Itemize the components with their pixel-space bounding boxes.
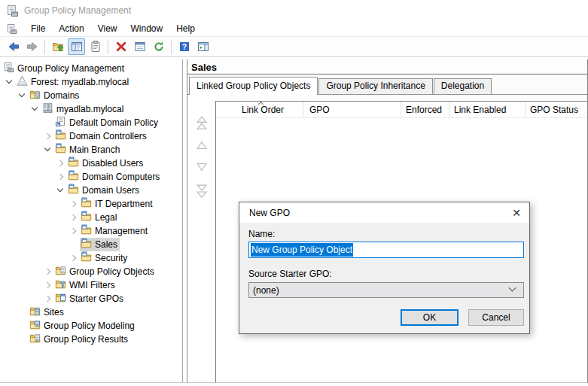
source-starter-gpo-select[interactable]: (none) [248,282,524,298]
chevron-collapsed-icon[interactable] [68,224,80,238]
tree-item-default-domain-policy[interactable]: Default Domain Policy [0,116,182,129]
tree-node: Starter GPOs [54,292,126,305]
tree-item-sites[interactable]: Sites [0,305,182,319]
new-gpo-dialog: New GPO ✕ Name: New Group Policy Object … [239,202,530,334]
tree-item-domain-users[interactable]: Domain Users [0,184,182,197]
tree-node: Domain Users [67,184,142,197]
menu-items: FileActionViewWindowHelp [24,21,202,37]
tree-item-myadlab-mylocal[interactable]: myadlab.mylocal [0,102,182,116]
menu-window[interactable]: Window [124,21,170,37]
tree-item-group-policy-management[interactable]: Group Policy Management [0,62,182,75]
link-order-buttons-column [187,95,215,382]
tree-item-label: Legal [95,211,117,224]
tree-item-group-policy-objects[interactable]: Group Policy Objects [0,265,182,278]
tree-item-domain-controllers[interactable]: Domain Controllers [0,129,182,143]
forward-button[interactable] [23,38,41,55]
chevron-placeholder [68,238,80,251]
tree-item-legal[interactable]: Legal [0,211,182,224]
chevron-collapsed-icon[interactable] [42,278,54,292]
column-header-label: GPO [309,105,330,115]
tab-group-policy-inheritance[interactable]: Group Policy Inheritance [318,78,432,94]
tree-node: Group Policy Modeling [29,319,137,333]
tree-item-starter-gpos[interactable]: Starter GPOs [0,292,182,305]
chevron-collapsed-icon[interactable] [68,211,80,224]
chevron-expanded-icon[interactable] [4,75,16,89]
tree-item-sales[interactable]: Sales [0,238,182,251]
tab-delegation[interactable]: Delegation [434,78,492,94]
cancel-button[interactable]: Cancel [468,309,524,326]
help-button[interactable] [175,38,193,55]
tree-item-group-policy-modeling[interactable]: Group Policy Modeling [0,319,182,333]
menu-action[interactable]: Action [52,21,90,37]
tree-item-group-policy-results[interactable]: Group Policy Results [0,333,182,346]
tree-item-it-department[interactable]: IT Department [0,197,182,211]
chevron-collapsed-icon[interactable] [68,197,80,211]
ou-icon [81,238,92,251]
column-header-label: Enforced [406,105,442,115]
tree-node: Sites [29,305,66,319]
gpo-name-input[interactable]: New Group Policy Object [248,242,524,258]
move-to-top-button[interactable] [195,116,209,130]
menu-file[interactable]: File [24,21,52,37]
column-header-enforced[interactable]: Enforced [401,102,449,117]
console-tree-pane: Group Policy ManagementForest: myadlab.m… [0,59,183,382]
ou-icon [55,129,66,143]
refresh-button[interactable] [150,38,167,55]
chevron-placeholder [42,116,54,129]
tree-node: Domain Computers [67,170,162,184]
show-console-tree-button[interactable] [68,38,85,55]
move-down-button[interactable] [195,163,209,172]
column-header-label: Link Enabled [454,105,506,115]
tree-item-domains[interactable]: Domains [0,89,182,102]
column-header-label: GPO Status [530,105,578,115]
app-icon-small [6,23,17,35]
chevron-collapsed-icon[interactable] [68,251,80,265]
column-header-link-enabled[interactable]: Link Enabled [449,102,526,117]
toolbar [0,37,588,57]
column-header-link-order[interactable]: Link Order [216,102,303,117]
tree-item-forest-myadlab-mylocal[interactable]: Forest: myadlab.mylocal [0,75,182,89]
up-one-level-button[interactable] [49,38,66,55]
column-header-gpo[interactable]: GPO [303,102,401,117]
close-icon[interactable]: ✕ [504,207,529,219]
chevron-collapsed-icon[interactable] [55,157,67,170]
move-to-bottom-button[interactable] [195,184,209,199]
column-header-gpo-status[interactable]: GPO Status [526,102,587,117]
chevron-expanded-icon[interactable] [42,143,54,157]
menu-view[interactable]: View [91,21,124,37]
delete-button[interactable] [112,38,129,55]
chevron-collapsed-icon[interactable] [42,129,54,143]
tree-node: myadlab.mylocal [41,102,126,116]
tree-node: Forest: myadlab.mylocal [16,75,131,89]
tree-item-wmi-filters[interactable]: WMI Filters [0,278,182,292]
move-up-button[interactable] [195,141,209,150]
chevron-collapsed-icon[interactable] [42,292,54,305]
chevron-collapsed-icon[interactable] [55,170,67,184]
tree-item-security[interactable]: Security [0,251,182,265]
tree-item-label: Domain Controllers [69,129,147,143]
ok-button[interactable]: OK [401,309,459,326]
tree-item-label: Main Branch [69,143,120,157]
tree-item-disabled-users[interactable]: Disabled Users [0,157,182,170]
tab-strip: Linked Group Policy ObjectsGroup Policy … [187,74,587,95]
tree-item-main-branch[interactable]: Main Branch [0,143,182,157]
tree-item-management[interactable]: Management [0,224,182,238]
dtri-down-icon [195,184,209,199]
show-action-pane-button[interactable] [194,38,212,55]
tree-item-label: WMI Filters [69,278,115,292]
back-button[interactable] [5,38,22,55]
export-list-button[interactable] [87,38,104,55]
tree-node: Domain Controllers [54,129,149,143]
tree-item-label: Management [95,224,148,238]
menu-help[interactable]: Help [169,21,202,37]
tree-item-label: Disabled Users [82,157,143,170]
tree-item-domain-computers[interactable]: Domain Computers [0,170,182,184]
properties-button[interactable] [131,38,148,55]
chevron-expanded-icon[interactable] [55,184,67,197]
chevron-expanded-icon[interactable] [29,102,41,116]
tree-node: Group Policy Results [29,333,130,346]
selected-text: New Group Policy Object [251,243,353,257]
chevron-collapsed-icon[interactable] [42,265,54,278]
tab-linked-group-policy-objects[interactable]: Linked Group Policy Objects [189,77,318,95]
chevron-expanded-icon[interactable] [17,89,29,102]
